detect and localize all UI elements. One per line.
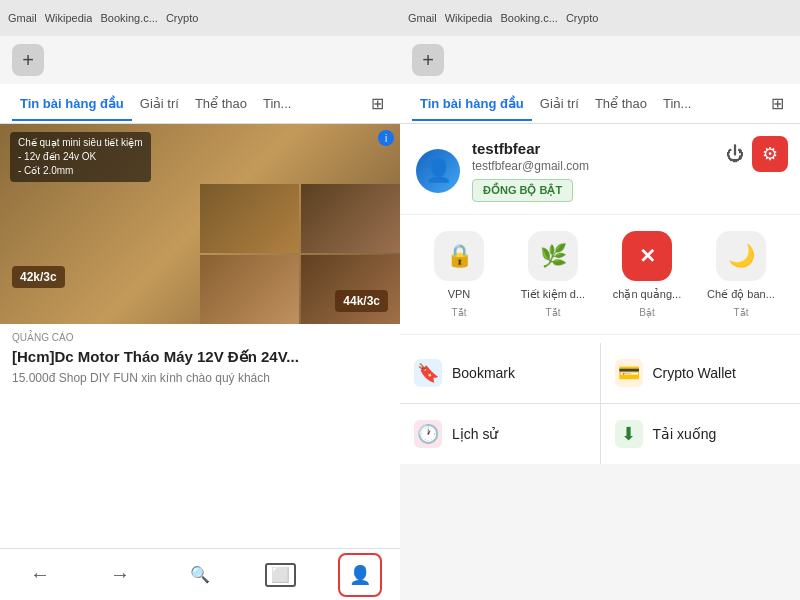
right-darkmode-status: Tắt bbox=[734, 307, 749, 318]
left-tab-crypto[interactable]: Crypto bbox=[166, 12, 198, 24]
right-darkmode-icon-wrap: 🌙 bbox=[716, 231, 766, 281]
left-search-icon: 🔍 bbox=[190, 565, 210, 584]
left-article-card: Chế quạt mini siêu tiết kiệm- 12v đến 24… bbox=[0, 124, 400, 393]
right-crypto-wallet-item[interactable]: 💳 Crypto Wallet bbox=[601, 343, 801, 403]
right-content-area: 👤 testfbfear testfbfear@gmail.com ĐỒNG B… bbox=[400, 124, 800, 600]
right-profile-popup: 👤 testfbfear testfbfear@gmail.com ĐỒNG B… bbox=[400, 124, 800, 464]
left-article-img-text: Chế quạt mini siêu tiết kiệm- 12v đến 24… bbox=[10, 132, 151, 182]
right-bookmark-label: Bookmark bbox=[452, 365, 515, 381]
left-info-badge: i bbox=[378, 130, 394, 146]
vpn-icon: 🔒 bbox=[446, 243, 473, 269]
right-tab-booking[interactable]: Booking.c... bbox=[500, 12, 557, 24]
right-savings-icon-wrap: 🌿 bbox=[528, 231, 578, 281]
right-power-button[interactable]: ⏻ bbox=[726, 144, 744, 165]
right-tab-wikipedia[interactable]: Wikipedia bbox=[445, 12, 493, 24]
left-tab-wikipedia[interactable]: Wikipedia bbox=[45, 12, 93, 24]
right-browser-panel: Gmail Wikipedia Booking.c... Crypto + Ti… bbox=[400, 0, 800, 600]
right-vpn-label: VPN bbox=[448, 287, 471, 301]
right-menu-grid: 🔖 Bookmark 💳 Crypto Wallet 🕐 Lịch sử ⬇ T… bbox=[400, 343, 800, 464]
right-tabs-bar: Gmail Wikipedia Booking.c... Crypto bbox=[400, 0, 800, 36]
right-vpn-icon-wrap: 🔒 bbox=[434, 231, 484, 281]
left-tab-booking[interactable]: Booking.c... bbox=[100, 12, 157, 24]
right-vpn-status: Tắt bbox=[452, 307, 467, 318]
left-account-icon: 👤 bbox=[349, 564, 371, 586]
right-adblock-status: Bật bbox=[639, 307, 654, 318]
right-adblock-icon-wrap: ✕ bbox=[622, 231, 672, 281]
right-profile-header: 👤 testfbfear testfbfear@gmail.com ĐỒNG B… bbox=[400, 124, 800, 215]
darkmode-icon: 🌙 bbox=[728, 243, 755, 269]
right-adblock-label: chặn quảng... bbox=[613, 287, 681, 301]
right-cat-sports[interactable]: Thể thao bbox=[587, 86, 655, 121]
right-darkmode-button[interactable]: 🌙 Chế độ ban... Tắt bbox=[694, 231, 788, 318]
right-quick-actions: 🔒 VPN Tắt 🌿 Tiết kiệm d... Tắt ✕ bbox=[400, 215, 800, 335]
right-cat-more[interactable]: Tin... bbox=[655, 86, 699, 121]
right-tab-gmail[interactable]: Gmail bbox=[408, 12, 437, 24]
right-new-tab-button[interactable]: + bbox=[412, 44, 444, 76]
right-savings-label: Tiết kiệm d... bbox=[521, 287, 585, 301]
left-tabs-icon: ⬜ bbox=[265, 563, 296, 587]
right-avatar: 👤 bbox=[416, 149, 460, 193]
avatar-icon: 👤 bbox=[425, 158, 452, 184]
left-search-button[interactable]: 🔍 bbox=[178, 553, 222, 597]
right-history-label: Lịch sử bbox=[452, 426, 498, 442]
left-browser-panel: Gmail Wikipedia Booking.c... Crypto + Ti… bbox=[0, 0, 400, 600]
right-sync-button[interactable]: ĐỒNG BỘ BẬT bbox=[472, 179, 573, 202]
left-new-tab-button[interactable]: + bbox=[12, 44, 44, 76]
left-back-button[interactable]: ← bbox=[18, 553, 62, 597]
right-download-item[interactable]: ⬇ Tải xuống bbox=[601, 404, 801, 464]
left-tabs-bar: Gmail Wikipedia Booking.c... Crypto bbox=[0, 0, 400, 36]
right-filter-icon[interactable]: ⊞ bbox=[767, 84, 788, 123]
left-filter-icon[interactable]: ⊞ bbox=[367, 84, 388, 123]
left-back-icon: ← bbox=[30, 563, 50, 586]
left-forward-button[interactable]: → bbox=[98, 553, 142, 597]
left-category-nav: Tin bài hàng đầu Giải trí Thể thao Tin..… bbox=[0, 84, 400, 124]
right-cat-entertainment[interactable]: Giải trí bbox=[532, 86, 587, 121]
right-history-item[interactable]: 🕐 Lịch sử bbox=[400, 404, 600, 464]
right-tab-crypto[interactable]: Crypto bbox=[566, 12, 598, 24]
right-bookmark-item[interactable]: 🔖 Bookmark bbox=[400, 343, 600, 403]
left-cat-top-news[interactable]: Tin bài hàng đầu bbox=[12, 86, 132, 121]
left-article-image: Chế quạt mini siêu tiết kiệm- 12v đến 24… bbox=[0, 124, 400, 324]
settings-gear-icon: ⚙ bbox=[762, 143, 778, 165]
left-cat-entertainment[interactable]: Giải trí bbox=[132, 86, 187, 121]
left-price-badge2: 42k/3c bbox=[12, 266, 65, 288]
left-forward-icon: → bbox=[110, 563, 130, 586]
savings-icon: 🌿 bbox=[540, 243, 567, 269]
right-crypto-wallet-label: Crypto Wallet bbox=[653, 365, 737, 381]
left-cat-sports[interactable]: Thể thao bbox=[187, 86, 255, 121]
left-bottom-nav: ← → 🔍 ⬜ 👤 bbox=[0, 548, 400, 600]
wallet-icon: 💳 bbox=[615, 359, 643, 387]
left-article-ad-label: QUẢNG CÁO bbox=[0, 324, 400, 345]
history-icon: 🕐 bbox=[414, 420, 442, 448]
left-article-title[interactable]: [Hcm]Dc Motor Tháo Máy 12V Đến 24V... bbox=[0, 345, 400, 371]
right-vpn-button[interactable]: 🔒 VPN Tắt bbox=[412, 231, 506, 318]
left-tab-gmail[interactable]: Gmail bbox=[8, 12, 37, 24]
left-content-area: Chế quạt mini siêu tiết kiệm- 12v đến 24… bbox=[0, 124, 400, 548]
adblock-icon: ✕ bbox=[639, 244, 656, 268]
right-profile-action-icons: ⏻ ⚙ bbox=[726, 136, 788, 172]
bookmark-icon: 🔖 bbox=[414, 359, 442, 387]
left-cat-more[interactable]: Tin... bbox=[255, 86, 299, 121]
left-price-badge: 44k/3c bbox=[335, 290, 388, 312]
right-settings-button[interactable]: ⚙ bbox=[752, 136, 788, 172]
left-account-button[interactable]: 👤 bbox=[338, 553, 382, 597]
left-article-subtitle: 15.000đ Shop DIY FUN xin kính chào quý k… bbox=[0, 371, 400, 393]
download-icon: ⬇ bbox=[615, 420, 643, 448]
motor-img-2 bbox=[301, 184, 400, 253]
right-download-label: Tải xuống bbox=[653, 426, 717, 442]
right-category-nav: Tin bài hàng đầu Giải trí Thể thao Tin..… bbox=[400, 84, 800, 124]
right-savings-status: Tắt bbox=[546, 307, 561, 318]
right-savings-button[interactable]: 🌿 Tiết kiệm d... Tắt bbox=[506, 231, 600, 318]
right-darkmode-label: Chế độ ban... bbox=[707, 287, 775, 301]
motor-img-3 bbox=[200, 255, 299, 324]
motor-img-1 bbox=[200, 184, 299, 253]
right-cat-top-news[interactable]: Tin bài hàng đầu bbox=[412, 86, 532, 121]
left-tabs-button[interactable]: ⬜ bbox=[258, 553, 302, 597]
right-adblock-button[interactable]: ✕ chặn quảng... Bật bbox=[600, 231, 694, 318]
